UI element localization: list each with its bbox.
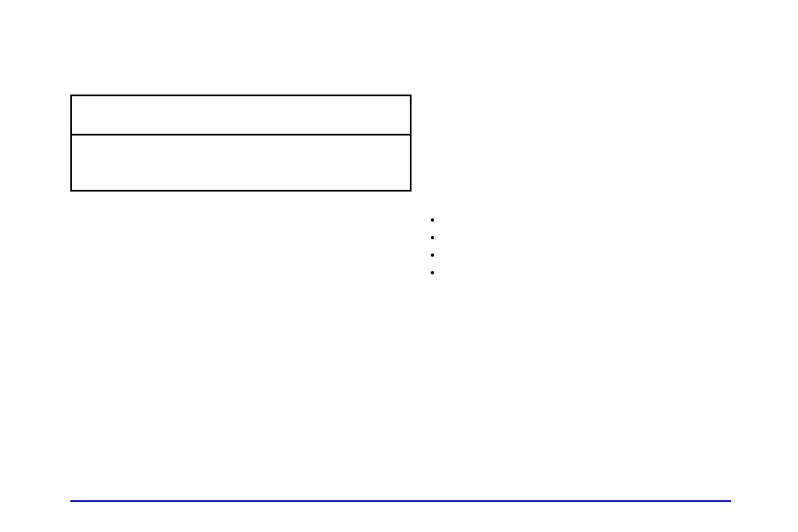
footer-rule [70,500,731,502]
page [0,0,798,532]
box-divider [72,134,410,136]
two-row-box [70,95,412,192]
